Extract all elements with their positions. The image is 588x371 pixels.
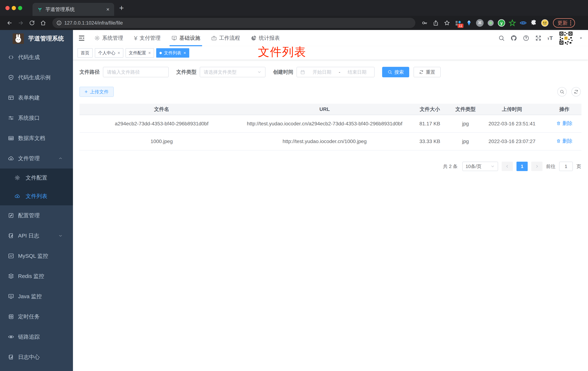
delete-button[interactable]: 删除 bbox=[556, 119, 572, 127]
extension-grid-icon[interactable]: 11 bbox=[454, 19, 462, 27]
cell-size: 81.17 KB bbox=[405, 115, 454, 133]
extension-star-icon[interactable] bbox=[508, 19, 516, 27]
window-zoom-button[interactable] bbox=[18, 6, 22, 10]
file-path-input[interactable] bbox=[103, 67, 169, 77]
filter-path: 文件路径 bbox=[79, 67, 169, 77]
bookmark-star-icon[interactable] bbox=[444, 20, 450, 26]
topnav-infrastructure[interactable]: 基础设施 bbox=[171, 30, 201, 46]
share-icon[interactable] bbox=[433, 20, 439, 26]
cell-filename: 1000.jpeg bbox=[79, 133, 244, 150]
back-icon[interactable] bbox=[7, 20, 13, 26]
sidebar-item-form-builder[interactable]: 表单构建 bbox=[0, 88, 73, 108]
sidebar-item-code-demo[interactable]: 代码生成示例 bbox=[0, 67, 73, 88]
forward-icon[interactable] bbox=[18, 20, 24, 26]
timer-doc-icon bbox=[8, 314, 14, 320]
sidebar-item-scheduled-jobs[interactable]: 定时任务 bbox=[0, 307, 73, 327]
page-number-1[interactable]: 1 bbox=[516, 162, 528, 171]
reset-button-label: 重置 bbox=[426, 69, 435, 75]
url-bar[interactable]: 127.0.0.1:1024/infra/file/file bbox=[52, 18, 415, 28]
sidebar-item-redis-monitor[interactable]: Redis 监控 bbox=[0, 266, 73, 286]
sidebar-item-java-monitor[interactable]: Java 监控 bbox=[0, 286, 73, 307]
user-avatar-qr[interactable] bbox=[559, 31, 573, 45]
fullscreen-icon[interactable] bbox=[535, 35, 542, 41]
sidebar-item-db-doc[interactable]: 数据库文档 bbox=[0, 128, 73, 148]
refresh-table-button[interactable] bbox=[571, 87, 581, 96]
topnav-reports[interactable]: 统计报表 bbox=[250, 30, 281, 46]
topnav-payment[interactable]: ¥ 支付管理 bbox=[133, 30, 161, 46]
tag-close-icon[interactable]: × bbox=[183, 51, 186, 55]
browser-menu-icon[interactable] bbox=[570, 21, 571, 25]
upload-button-label: 上传文件 bbox=[90, 89, 109, 95]
help-icon[interactable] bbox=[523, 35, 529, 41]
sidebar-item-log-center[interactable]: 日志中心 bbox=[0, 347, 73, 367]
extension-recorder-icon[interactable] bbox=[486, 19, 495, 27]
delete-button[interactable]: 删除 bbox=[556, 137, 572, 145]
window-close-button[interactable] bbox=[5, 6, 10, 10]
sidebar-item-tracing[interactable]: 链路追踪 bbox=[0, 327, 73, 347]
tag-profile[interactable]: 个人中心 × bbox=[95, 48, 123, 58]
extension-eye-icon[interactable] bbox=[519, 19, 527, 27]
file-type-select[interactable]: 请选择文件类型 bbox=[200, 67, 265, 77]
browser-update-button[interactable]: 更新 bbox=[553, 18, 575, 28]
tag-file-list[interactable]: 文件列表 × bbox=[156, 48, 189, 58]
page-content: 文件路径 文件类型 请选择文件类型 创建时间 bbox=[73, 60, 588, 371]
next-page-button[interactable] bbox=[531, 162, 543, 171]
sidebar-item-code-generation[interactable]: 代码生成 bbox=[0, 47, 73, 67]
tag-file-config[interactable]: 文件配置 × bbox=[126, 48, 154, 58]
extension-y-icon[interactable]: y bbox=[497, 19, 506, 27]
prev-page-button[interactable] bbox=[502, 162, 513, 171]
eye-icon bbox=[8, 334, 14, 340]
update-label: 更新 bbox=[557, 20, 567, 26]
new-tab-button[interactable]: + bbox=[119, 4, 124, 12]
chevron-down-icon bbox=[257, 70, 262, 74]
topnav-label: 支付管理 bbox=[140, 34, 160, 42]
trash-icon bbox=[556, 121, 561, 126]
extension-command-icon[interactable]: ⌘ bbox=[476, 19, 484, 27]
sidebar-item-label: 文件配置 bbox=[26, 174, 47, 181]
collapse-sidebar-icon[interactable] bbox=[78, 34, 85, 42]
search-button-label: 搜索 bbox=[394, 69, 404, 75]
tag-home[interactable]: 首页 bbox=[77, 48, 93, 58]
extension-gem-icon[interactable] bbox=[465, 19, 473, 27]
sidebar-item-mysql-monitor[interactable]: MySQL 监控 bbox=[0, 246, 73, 266]
browser-tab[interactable]: 芋道管理系统 × bbox=[32, 3, 114, 16]
sidebar-item-file-config[interactable]: 文件配置 bbox=[0, 169, 73, 187]
topnav-system[interactable]: 系统管理 bbox=[94, 30, 124, 46]
font-size-icon[interactable]: тT bbox=[547, 35, 553, 41]
tag-close-icon[interactable]: × bbox=[117, 51, 120, 55]
goto-page-input[interactable] bbox=[559, 162, 573, 171]
page-size-select[interactable]: 10条/页 bbox=[462, 162, 498, 171]
tag-close-icon[interactable]: × bbox=[148, 51, 151, 55]
extensions-puzzle-icon[interactable] bbox=[530, 19, 538, 27]
password-key-icon[interactable] bbox=[421, 20, 428, 26]
site-info-icon[interactable] bbox=[56, 20, 62, 26]
sidebar-item-file-management[interactable]: 文件管理 bbox=[0, 148, 73, 169]
home-icon[interactable] bbox=[40, 20, 46, 26]
reload-icon[interactable] bbox=[29, 20, 35, 26]
date-range-picker[interactable]: 开始日期 - 结束日期 bbox=[296, 67, 375, 77]
col-time: 上传时间 bbox=[477, 104, 547, 115]
sidebar-item-file-list[interactable]: 文件列表 bbox=[0, 187, 73, 205]
sidebar-item-system-api[interactable]: 系统接口 bbox=[0, 108, 73, 128]
briefcase-icon bbox=[211, 35, 217, 41]
cell-url: http://test.yudao.iocoder.cn/1000.jpeg bbox=[244, 133, 405, 150]
topnav-workflow[interactable]: 工作流程 bbox=[210, 30, 241, 46]
search-icon[interactable] bbox=[498, 35, 505, 41]
avatar-caret-icon[interactable] bbox=[579, 36, 583, 40]
form-table-icon bbox=[8, 95, 14, 101]
sidebar-item-label: 数据库文档 bbox=[18, 135, 45, 142]
search-button[interactable]: 搜索 bbox=[382, 67, 409, 77]
window-minimize-button[interactable] bbox=[12, 6, 16, 10]
sidebar-item-api-log[interactable]: API 日志 bbox=[0, 226, 73, 246]
upload-file-button[interactable]: + 上传文件 bbox=[79, 87, 114, 97]
col-url: URL bbox=[244, 104, 405, 115]
sidebar-logo-row[interactable]: 芋道管理系统 bbox=[0, 30, 73, 47]
tab-close-icon[interactable]: × bbox=[106, 7, 109, 12]
sidebar-item-config-management[interactable]: 配置管理 bbox=[0, 205, 73, 226]
profile-avatar-icon[interactable] bbox=[541, 19, 549, 27]
goto-unit: 页 bbox=[577, 163, 581, 170]
topnav-label: 工作流程 bbox=[219, 34, 240, 42]
reset-button[interactable]: 重置 bbox=[414, 67, 441, 77]
show-search-button[interactable] bbox=[557, 87, 567, 96]
github-icon[interactable] bbox=[511, 35, 517, 41]
